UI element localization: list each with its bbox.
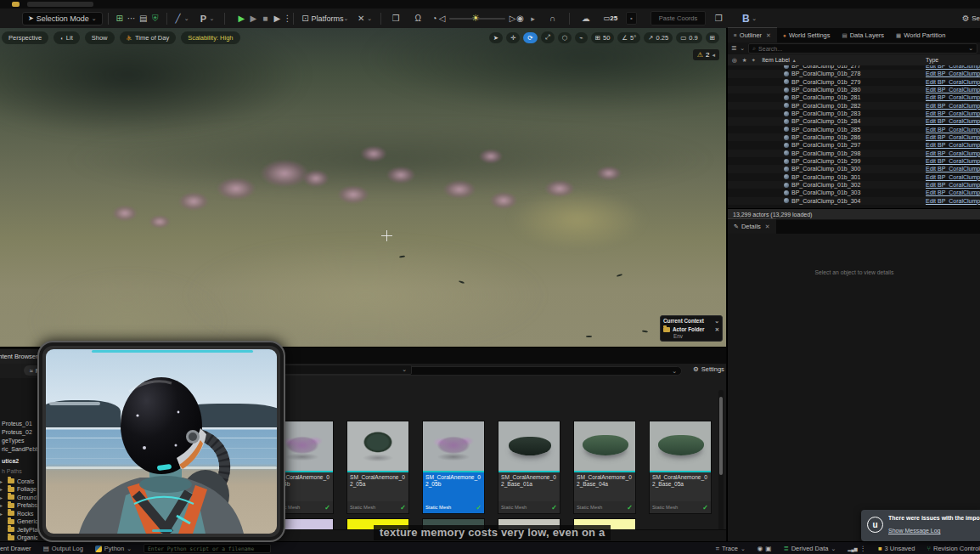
capture-box[interactable]: ▪	[626, 12, 637, 25]
item-label-column[interactable]: Item Label	[762, 57, 790, 63]
speed-next-icon[interactable]: ▷	[509, 14, 516, 23]
expand-arrow-icon[interactable]: ▸	[0, 478, 5, 484]
derived-data-dropdown[interactable]: ≣ Derived Data ⌄	[783, 545, 836, 552]
chevron-down-icon[interactable]: ⌄	[752, 15, 757, 22]
expand-arrow-icon[interactable]: ▸	[0, 502, 5, 508]
import-issues-toast[interactable]: u There were issues with the impo Show M…	[861, 510, 980, 541]
viewport-pill-perspective[interactable]: Perspective	[2, 31, 48, 44]
chevron-down-icon[interactable]: ⌄	[210, 15, 215, 22]
outliner-row[interactable]: BP_CoralClump_01b_303Edit BP_CoralClump_	[728, 189, 980, 196]
edit-blueprint-link[interactable]: Edit BP_CoralClump_	[926, 118, 980, 124]
outliner-column-header[interactable]: ◎ ★ ⌖ Item Label ▲ Type	[728, 54, 980, 66]
edit-blueprint-link[interactable]: Edit BP_CoralClump_	[926, 134, 980, 140]
p-tool-icon[interactable]: P	[198, 14, 210, 24]
copy-icon[interactable]: ❐	[712, 14, 724, 23]
viewport-pill-lit[interactable]: ◐Lit	[54, 31, 80, 44]
outliner-row[interactable]: BP_CoralClump_01b_280Edit BP_CoralClump_	[728, 86, 980, 93]
expand-arrow-icon[interactable]: ▸	[0, 511, 5, 517]
tab-data-layers[interactable]: ▤Data Layers	[836, 28, 891, 42]
close-icon[interactable]: ✕	[715, 326, 719, 332]
surface-snap-toggle[interactable]: ⌁	[575, 32, 588, 43]
cloud-icon[interactable]: ☁	[580, 14, 592, 23]
trace-dropdown[interactable]: ⌗ Trace ⌄	[716, 545, 746, 553]
edit-blueprint-link[interactable]: Edit BP_CoralClump_	[926, 182, 980, 188]
edit-blueprint-link[interactable]: Edit BP_CoralClump_	[926, 87, 980, 93]
outliner-row[interactable]: BP_CoralClump_01b_283Edit BP_CoralClump_	[728, 110, 980, 117]
edit-blueprint-link[interactable]: Edit BP_CoralClump_	[926, 103, 980, 109]
edit-blueprint-link[interactable]: Edit BP_CoralClump_	[926, 110, 980, 116]
play-button[interactable]: ▶	[235, 14, 247, 23]
outliner-row[interactable]: BP_CoralClump_01b_281Edit BP_CoralClump_	[728, 93, 980, 101]
outliner-search-input[interactable]: ⌕ Search... ⌄	[748, 43, 977, 54]
speed-slider[interactable]: ☀	[449, 18, 505, 20]
edit-blueprint-link[interactable]: Edit BP_CoralClump_	[926, 65, 980, 69]
magnet-icon[interactable]: Ω	[412, 14, 424, 23]
outliner-row[interactable]: BP_CoralClump_01b_282Edit BP_CoralClump_	[728, 102, 980, 110]
outliner-row[interactable]: BP_CoralClump_01b_278Edit BP_CoralClump_	[728, 70, 980, 77]
scale-tool[interactable]: ⤢	[541, 31, 555, 43]
edit-blueprint-link[interactable]: Edit BP_CoralClump_	[926, 94, 980, 100]
scrollbar-thumb[interactable]	[719, 397, 723, 475]
world-space-toggle[interactable]: ⬡	[558, 32, 572, 43]
chevron-down-icon[interactable]: ⌄	[672, 368, 677, 375]
chevron-down-icon[interactable]: ⌄	[968, 45, 973, 52]
speed-fast-icon[interactable]: ◉	[516, 14, 524, 23]
viewport-maximize-button[interactable]: ⊞	[706, 32, 719, 43]
tab-world-settings[interactable]: ●World Settings	[777, 28, 836, 42]
asset-tile[interactable]: SM_CoralAnemone_02_Base_05aStatic Mesh✓	[649, 421, 712, 514]
outliner-row[interactable]: BP_CoralClump_01b_302Edit BP_CoralClump_	[728, 181, 980, 189]
edit-blueprint-link[interactable]: Edit BP_CoralClump_	[926, 71, 980, 76]
stop-button[interactable]: ■	[259, 14, 271, 23]
asset-tile[interactable]: SM_CoralAnemone_02_05bStatic Mesh✓	[422, 421, 485, 514]
viewport-pill-time-of-day[interactable]: ⛹Time of Day	[120, 31, 177, 44]
select-tool[interactable]: ➤	[489, 32, 503, 43]
content-drawer-button[interactable]: ◫ Content Drawer	[0, 545, 31, 552]
tab-outliner[interactable]: ≡Outliner✕	[728, 27, 777, 42]
step-frame-button[interactable]: ▶	[247, 14, 259, 23]
outliner-row[interactable]: BP_CoralClump_01b_284Edit BP_CoralClump_	[728, 117, 980, 125]
b-menu-button[interactable]: B	[740, 13, 752, 25]
scale-snap-control[interactable]: ↗0.25	[644, 32, 673, 43]
level-viewport[interactable]: Perspective◐LitShow⛹Time of DayScalabili…	[0, 28, 726, 347]
sun-knob-icon[interactable]: ☀	[471, 13, 480, 24]
show-message-log-link[interactable]: Show Message Log	[888, 528, 940, 534]
chevron-down-icon[interactable]: ⌄	[184, 15, 189, 22]
asset-tile[interactable]: SM_CoralAnemone_02_05aStatic Mesh✓	[346, 421, 409, 514]
vr-headset-icon[interactable]: ∩	[547, 14, 559, 23]
settings-gear-icon[interactable]: ⚙	[960, 14, 972, 23]
outliner-row[interactable]: BP_CoralClump_01b_301Edit BP_CoralClump_	[728, 173, 980, 181]
type-column[interactable]: Type	[926, 57, 938, 63]
outliner-row[interactable]: BP_CoralClump_01b_279Edit BP_CoralClump_	[728, 78, 980, 86]
outliner-row[interactable]: BP_CoralClump_01b_304Edit BP_CoralClump_	[728, 197, 980, 205]
outliner-row[interactable]: BP_CoralClump_01b_285Edit BP_CoralClump_	[728, 126, 980, 133]
asset-box-icon[interactable]: ❒	[390, 14, 402, 23]
expand-arrow-icon[interactable]: ▸	[531, 14, 535, 23]
edit-blueprint-link[interactable]: Edit BP_CoralClump_	[926, 158, 980, 164]
rotation-snap-control[interactable]: ∠5°	[617, 32, 640, 43]
selection-mode-dropdown[interactable]: ➤ Selection Mode ⌄	[22, 12, 103, 25]
camera-speed-control[interactable]: ▭0.9	[676, 32, 702, 43]
blueprints-icon[interactable]: ⋯	[126, 14, 138, 23]
output-log-button[interactable]: ▤ Output Log	[43, 545, 83, 552]
screenshot-icons[interactable]: ◉ ▣	[758, 545, 772, 552]
asset-tile[interactable]: SM_CoralAnemone_02_Base_04aStatic Mesh✓	[573, 421, 636, 514]
chevron-down-icon[interactable]: ⌄	[740, 45, 745, 52]
stats-icons[interactable]: ▂▄▆ ⋮	[848, 545, 866, 552]
asset-tile[interactable]: SM_CoralAnemone_02_Base_01aStatic Mesh✓	[498, 421, 560, 514]
tools-wrench-icon[interactable]: ✕	[355, 14, 367, 23]
edit-blueprint-link[interactable]: Edit BP_CoralClump_	[926, 166, 980, 172]
revision-control-button[interactable]: ⑂ Revision Control	[926, 545, 980, 552]
play-options-icon[interactable]: ⋮	[283, 14, 288, 23]
outliner-row[interactable]: BP_CoralClump_01b_298Edit BP_CoralClump_	[728, 150, 980, 157]
move-tool[interactable]: ✛	[506, 32, 520, 43]
edit-blueprint-link[interactable]: Edit BP_CoralClump_	[926, 150, 980, 156]
edit-blueprint-link[interactable]: Edit BP_CoralClump_	[926, 189, 980, 195]
viewport-pill-show[interactable]: Show	[85, 31, 115, 44]
rotate-tool[interactable]: ⟳	[523, 32, 537, 43]
close-icon[interactable]: ✕	[766, 32, 771, 39]
advance-button[interactable]: ▶	[271, 14, 283, 23]
python-dropdown[interactable]: Python ⌄	[95, 545, 132, 552]
unsaved-button[interactable]: ■ 3 Unsaved	[878, 545, 915, 552]
bars-icon[interactable]: ▂▄▆	[848, 546, 857, 551]
speed-prev-icon[interactable]: ◁	[438, 14, 446, 23]
